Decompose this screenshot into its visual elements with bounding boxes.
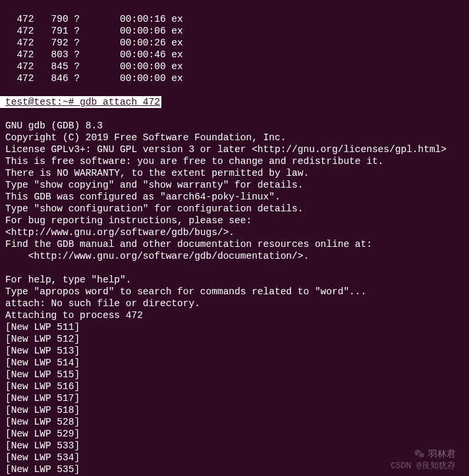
output-line: Type "show configuration" for configurat…: [5, 203, 464, 215]
output-line: [New LWP 513]: [5, 345, 464, 357]
output-line: Attaching to process 472: [5, 309, 464, 321]
terminal-output[interactable]: 472 790 ? 00:00:16 ex 472 791 ? 00:00:06…: [5, 1, 464, 476]
output-line: [5, 262, 464, 274]
gdb-output: GNU gdb (GDB) 8.3Copyright (C) 2019 Free…: [5, 120, 464, 476]
output-line: [New LWP 514]: [5, 357, 464, 369]
process-row: 472 846 ? 00:00:00 ex: [5, 72, 464, 84]
output-line: [New LWP 511]: [5, 321, 464, 333]
output-line: attach: No such file or directory.: [5, 298, 464, 309]
watermark-csdn: CSDN @良知犹存: [391, 460, 456, 472]
process-row: 472 845 ? 00:00:00 ex: [5, 61, 464, 72]
output-line: [New LWP 518]: [5, 404, 464, 416]
prompt-user-host: test@test:~#: [5, 97, 80, 107]
output-line: [New LWP 528]: [5, 416, 464, 428]
output-line: This GDB was configured as "aarch64-poky…: [5, 191, 464, 203]
output-line: License GPLv3+: GNU GPL version 3 or lat…: [5, 144, 464, 155]
output-line: [New LWP 516]: [5, 381, 464, 392]
watermark-text: 羽林君: [428, 448, 456, 460]
output-line: [New LWP 517]: [5, 392, 464, 404]
output-line: Copyright (C) 2019 Free Software Foundat…: [5, 132, 464, 144]
output-line: There is NO WARRANTY, to the extent perm…: [5, 167, 464, 179]
process-list: 472 790 ? 00:00:16 ex 472 791 ? 00:00:06…: [5, 13, 464, 84]
output-line: [New LWP 512]: [5, 333, 464, 345]
output-line: <http://www.gnu.org/software/gdb/bugs/>.: [5, 226, 464, 238]
output-line: <http://www.gnu.org/software/gdb/documen…: [5, 250, 464, 262]
output-line: Find the GDB manual and other documentat…: [5, 238, 464, 250]
process-row: 472 790 ? 00:00:16 ex: [5, 13, 464, 25]
watermark-author: 羽林君: [414, 448, 456, 460]
output-line: This is free software: you are free to c…: [5, 155, 464, 167]
output-line: [New LWP 529]: [5, 428, 464, 440]
output-line: Type "show copying" and "show warranty" …: [5, 179, 464, 191]
output-line: For bug reporting instructions, please s…: [5, 215, 464, 226]
output-line: [New LWP 515]: [5, 369, 464, 381]
wechat-icon: [414, 448, 426, 460]
output-line: GNU gdb (GDB) 8.3: [5, 120, 464, 132]
shell-prompt-line: test@test:~# gdb attach 472: [5, 96, 464, 108]
prompt-command: gdb attach 472: [80, 97, 160, 107]
output-line: Type "apropos word" to search for comman…: [5, 286, 464, 298]
process-row: 472 792 ? 00:00:26 ex: [5, 37, 464, 49]
process-row: 472 803 ? 00:00:46 ex: [5, 49, 464, 61]
process-row: 472 791 ? 00:00:06 ex: [5, 25, 464, 37]
output-line: [New LWP 533]: [5, 440, 464, 452]
output-line: For help, type "help".: [5, 274, 464, 286]
